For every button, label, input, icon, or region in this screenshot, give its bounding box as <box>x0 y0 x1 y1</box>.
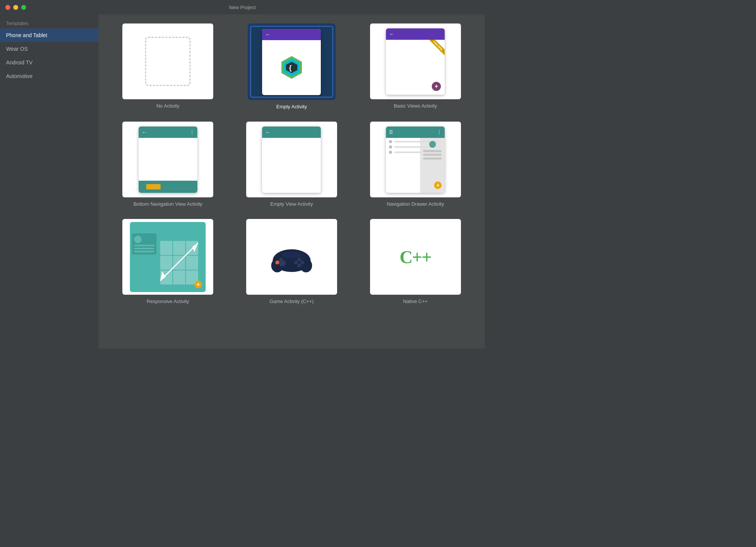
template-bottom-nav[interactable]: ← ⋮ Bottom Navigation View Activity <box>111 122 225 207</box>
svg-point-14 <box>300 261 304 264</box>
template-nav-drawer[interactable]: ☰ ⋮ <box>358 122 473 207</box>
main-container: Templates Phone and Tablet Wear OS Andro… <box>0 14 485 349</box>
template-basic-views[interactable]: ← PREVIEW + Basic Views Activity <box>358 23 473 109</box>
svg-point-16 <box>294 261 298 264</box>
template-empty-activity[interactable]: ← <box>234 23 349 109</box>
template-game[interactable]: Game Activity (C++) <box>234 219 349 304</box>
template-preview-native-cpp: C++ <box>370 219 461 295</box>
svg-marker-6 <box>160 271 166 281</box>
svg-point-13 <box>297 258 301 261</box>
content-area: No Activity ← <box>98 14 485 349</box>
svg-point-17 <box>275 261 279 264</box>
template-preview-bottom-nav: ← ⋮ <box>122 122 213 197</box>
svg-text:{: { <box>289 64 292 72</box>
game-controller-icon <box>269 240 314 274</box>
template-preview-responsive: + <box>122 219 213 295</box>
cpp-logo-text: C++ <box>400 247 431 267</box>
sidebar: Templates Phone and Tablet Wear OS Andro… <box>0 14 98 349</box>
sidebar-item-android-tv[interactable]: Android TV <box>0 56 98 69</box>
minimize-button[interactable] <box>13 5 18 10</box>
template-empty-view[interactable]: ← Empty View Activity <box>234 122 349 207</box>
template-preview-empty-view: ← <box>246 122 337 197</box>
template-label-nav-drawer: Navigation Drawer Activity <box>387 201 444 207</box>
template-label-empty-view: Empty View Activity <box>270 201 313 207</box>
svg-point-15 <box>297 264 301 267</box>
template-label-empty-activity: Empty Activity <box>276 104 307 109</box>
template-label-bottom-nav: Bottom Navigation View Activity <box>133 201 202 207</box>
template-preview-no-activity <box>122 23 213 99</box>
svg-point-18 <box>282 252 301 258</box>
svg-line-4 <box>160 243 198 281</box>
template-label-basic-views: Basic Views Activity <box>394 103 437 109</box>
svg-point-12 <box>281 261 286 266</box>
template-label-native-cpp: Native C++ <box>403 299 428 304</box>
template-native-cpp[interactable]: C++ Native C++ <box>358 219 473 304</box>
template-label-responsive: Responsive Activity <box>147 299 189 304</box>
template-label-game: Game Activity (C++) <box>270 299 314 304</box>
templates-grid: No Activity ← <box>111 23 473 304</box>
title-bar: New Project <box>0 0 485 14</box>
template-no-activity[interactable]: No Activity <box>111 23 225 109</box>
template-preview-nav-drawer: ☰ ⋮ <box>370 122 461 197</box>
template-preview-empty-activity: ← <box>250 26 333 98</box>
svg-marker-5 <box>192 243 198 252</box>
template-label-no-activity: No Activity <box>156 103 180 109</box>
sidebar-item-phone-and-tablet[interactable]: Phone and Tablet <box>0 28 98 42</box>
sidebar-item-wear-os[interactable]: Wear OS <box>0 42 98 56</box>
template-responsive[interactable]: + Responsive Activity <box>111 219 225 304</box>
template-preview-game <box>246 219 337 295</box>
fab-icon: + <box>432 82 441 91</box>
close-button[interactable] <box>5 5 10 10</box>
template-preview-basic-views: ← PREVIEW + <box>370 23 461 99</box>
android-studio-logo: { <box>278 54 305 81</box>
maximize-button[interactable] <box>21 5 26 10</box>
window-title: New Project <box>229 5 256 10</box>
window-controls[interactable] <box>5 5 26 10</box>
no-activity-placeholder <box>145 37 191 86</box>
sidebar-section-label: Templates <box>0 17 98 28</box>
sidebar-item-automotive[interactable]: Automotive <box>0 69 98 83</box>
